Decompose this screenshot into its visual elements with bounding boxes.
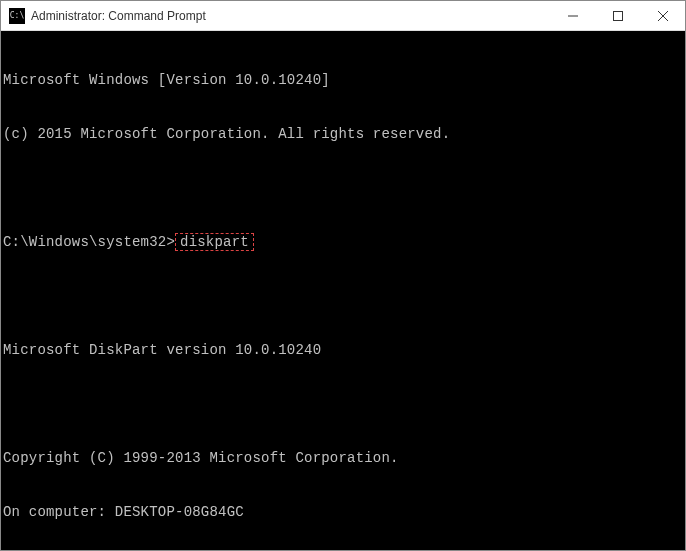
cmd-app-icon: C:\ <box>9 8 25 24</box>
window-title: Administrator: Command Prompt <box>31 9 550 23</box>
close-button[interactable] <box>640 1 685 30</box>
output-line: On computer: DESKTOP-08G84GC <box>3 503 683 521</box>
prompt-line: C:\Windows\system32>diskpart <box>3 233 683 251</box>
output-line: Microsoft DiskPart version 10.0.10240 <box>3 341 683 359</box>
window-controls <box>550 1 685 30</box>
output-line: Copyright (C) 1999-2013 Microsoft Corpor… <box>3 449 683 467</box>
svg-rect-1 <box>613 11 622 20</box>
maximize-button[interactable] <box>595 1 640 30</box>
prompt-path: C:\Windows\system32> <box>3 234 175 250</box>
command-prompt-window: C:\ Administrator: Command Prompt Micros… <box>0 0 686 551</box>
output-line: (c) 2015 Microsoft Corporation. All righ… <box>3 125 683 143</box>
titlebar[interactable]: C:\ Administrator: Command Prompt <box>1 1 685 31</box>
minimize-button[interactable] <box>550 1 595 30</box>
command-diskpart: diskpart <box>175 233 254 251</box>
output-line: Microsoft Windows [Version 10.0.10240] <box>3 71 683 89</box>
terminal-body[interactable]: Microsoft Windows [Version 10.0.10240] (… <box>1 31 685 550</box>
